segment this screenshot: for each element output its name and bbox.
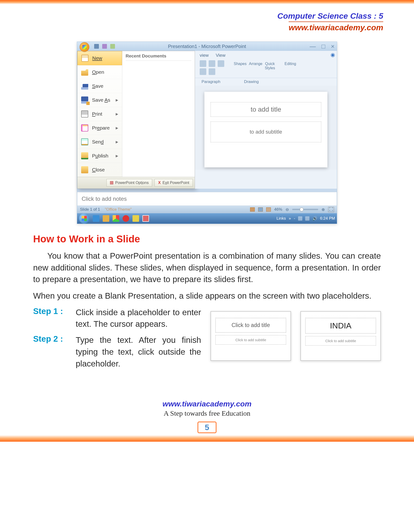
start-button-icon[interactable] bbox=[79, 213, 89, 224]
indent-icon[interactable] bbox=[209, 60, 215, 67]
slide-canvas[interactable]: to add title to add subtitle bbox=[204, 92, 327, 167]
redo-icon[interactable] bbox=[110, 44, 115, 49]
mini-slide-examples: Click to add title Click to add subtitle… bbox=[211, 306, 381, 361]
powerpoint-options-button[interactable]: PowerPoint Options bbox=[106, 179, 152, 187]
menu-close[interactable]: Close bbox=[77, 163, 122, 177]
slide-editor-area: to add title to add subtitle bbox=[195, 86, 337, 170]
recent-documents-panel: Recent Documents bbox=[122, 51, 195, 177]
mini-title-placeholder: Click to add title bbox=[215, 318, 286, 333]
clock: 6:24 PM bbox=[320, 216, 335, 221]
theme-name: "Office Theme" bbox=[105, 207, 132, 212]
saveas-icon bbox=[81, 96, 88, 104]
menu-save[interactable]: Save bbox=[77, 79, 122, 93]
close-icon[interactable]: × bbox=[331, 43, 335, 50]
close-folder-icon bbox=[81, 166, 88, 173]
menu-publish[interactable]: Publish▶ bbox=[77, 149, 122, 163]
recent-documents-header: Recent Documents bbox=[126, 53, 191, 61]
step-1: Step 1 : Click inside a placeholder to e… bbox=[33, 306, 201, 330]
menu-prepare[interactable]: Prepare▶ bbox=[77, 121, 122, 135]
mini-slide-blank: Click to add title Click to add subtitle bbox=[211, 311, 291, 361]
top-gradient-bar bbox=[0, 0, 414, 4]
editing-group: Editing bbox=[285, 60, 296, 66]
folder-icon[interactable] bbox=[103, 215, 109, 222]
menu-open[interactable]: Open bbox=[77, 65, 122, 79]
ribbon-area: view View Shapes Arrange QuickStyles bbox=[195, 51, 337, 189]
maximize-icon[interactable]: □ bbox=[321, 43, 325, 50]
volume-icon[interactable]: 🔊 bbox=[312, 216, 317, 221]
mini-slide-india: INDIA Click to add subtitle bbox=[300, 311, 381, 361]
menu-new[interactable]: New bbox=[77, 51, 122, 65]
page-header: Computer Science Class : 5 www.tiwariaca… bbox=[0, 4, 414, 35]
zoom-level: 46% bbox=[274, 207, 282, 212]
menu-print[interactable]: Print▶ bbox=[77, 107, 122, 121]
mini-title-filled: INDIA bbox=[305, 318, 376, 334]
align-center-icon[interactable] bbox=[209, 68, 215, 75]
header-class: Computer Science Class : 5 bbox=[0, 11, 383, 20]
zoom-out-icon[interactable]: ⊖ bbox=[286, 207, 289, 212]
chevron-right-icon: ▶ bbox=[116, 154, 118, 158]
chevron-right-icon: ▶ bbox=[116, 98, 118, 102]
menu-saveas[interactable]: Save As▶ bbox=[77, 93, 122, 107]
normal-view-icon[interactable] bbox=[250, 207, 255, 212]
page-number: 5 bbox=[198, 422, 216, 433]
tray-icon[interactable] bbox=[298, 216, 302, 221]
tab-review[interactable]: view bbox=[200, 53, 209, 58]
title-placeholder[interactable]: to add title bbox=[211, 102, 321, 117]
align-icon[interactable] bbox=[218, 60, 224, 67]
paragraph-1: You know that a PowerPoint presentation … bbox=[33, 250, 381, 285]
tray-icon[interactable] bbox=[305, 216, 309, 221]
drawing-label: Drawing bbox=[244, 79, 259, 84]
ie-icon[interactable] bbox=[93, 215, 99, 222]
mini-subtitle-placeholder: Click to add subtitle bbox=[215, 335, 286, 345]
help-icon[interactable]: ◉ bbox=[330, 52, 335, 58]
subtitle-placeholder[interactable]: to add subtitle bbox=[211, 122, 321, 142]
drawing-group: Shapes Arrange QuickStyles bbox=[234, 60, 275, 72]
paragraph-group bbox=[200, 60, 224, 76]
exit-powerpoint-button[interactable]: XExit PowerPoint bbox=[154, 179, 193, 187]
paragraph-2: When you create a Blank Presentation, a … bbox=[33, 290, 381, 302]
chevron-right-icon: ▶ bbox=[116, 112, 118, 116]
chevron-right-icon: ▶ bbox=[116, 126, 118, 130]
menu-send[interactable]: Send▶ bbox=[77, 135, 122, 149]
minimize-icon[interactable]: — bbox=[310, 43, 316, 50]
paragraph-label: Paragraph bbox=[202, 79, 220, 84]
document-body: How to Work in a Slide You know that a P… bbox=[0, 233, 414, 374]
tab-view[interactable]: View bbox=[216, 53, 225, 58]
quick-access-toolbar bbox=[94, 44, 115, 49]
powerpoint-screenshot: Presentation1 - Microsoft PowerPoint — □… bbox=[77, 42, 337, 224]
step-label: Step 2 : bbox=[33, 334, 76, 369]
options-icon bbox=[110, 181, 113, 184]
powerpoint-task-icon[interactable] bbox=[142, 215, 149, 222]
office-menu-left: New Open Save Save As▶ Print▶ Prepare▶ S… bbox=[77, 51, 122, 177]
list-icon[interactable] bbox=[200, 60, 206, 67]
slideshow-view-icon[interactable] bbox=[266, 207, 271, 212]
app2-icon[interactable] bbox=[133, 215, 139, 222]
page-footer: www.tiwariacademy.com A Step towards fre… bbox=[0, 399, 414, 440]
steps-list: Step 1 : Click inside a placeholder to e… bbox=[33, 306, 201, 374]
chrome-icon[interactable] bbox=[113, 215, 119, 222]
office-button-icon[interactable] bbox=[79, 42, 89, 52]
app-icon[interactable] bbox=[123, 215, 129, 222]
exit-x-icon: X bbox=[158, 181, 161, 185]
zoom-in-icon[interactable]: ⊕ bbox=[321, 207, 325, 212]
print-icon bbox=[81, 110, 88, 117]
align-left-icon[interactable] bbox=[200, 68, 206, 75]
step-label: Step 1 : bbox=[33, 306, 76, 330]
notes-pane[interactable]: Click to add notes bbox=[77, 192, 337, 206]
undo-icon[interactable] bbox=[102, 44, 107, 49]
step-text: Type the text. After you finish typing t… bbox=[76, 334, 201, 369]
links-label[interactable]: Links bbox=[277, 216, 286, 221]
fit-icon[interactable]: ⛶ bbox=[328, 207, 334, 212]
pp-title-bar: Presentation1 - Microsoft PowerPoint — □… bbox=[77, 42, 337, 51]
sorter-view-icon[interactable] bbox=[258, 207, 263, 212]
prepare-icon bbox=[81, 124, 88, 132]
windows-taskbar: Links » - 🔊 6:24 PM bbox=[77, 213, 337, 224]
header-url: www.tiwariacademy.com bbox=[289, 21, 383, 32]
links-chevron-icon[interactable]: » bbox=[289, 216, 291, 221]
zoom-slider[interactable] bbox=[292, 209, 318, 210]
footer-url: www.tiwariacademy.com bbox=[0, 399, 414, 408]
footer-tagline: A Step towards free Education bbox=[0, 409, 414, 417]
step-text: Click inside a placeholder to enter text… bbox=[76, 306, 201, 330]
save-icon[interactable] bbox=[94, 44, 99, 49]
status-bar: Slide 1 of 1 "Office Theme" 46% ⊖ ⊕ ⛶ bbox=[77, 206, 337, 213]
